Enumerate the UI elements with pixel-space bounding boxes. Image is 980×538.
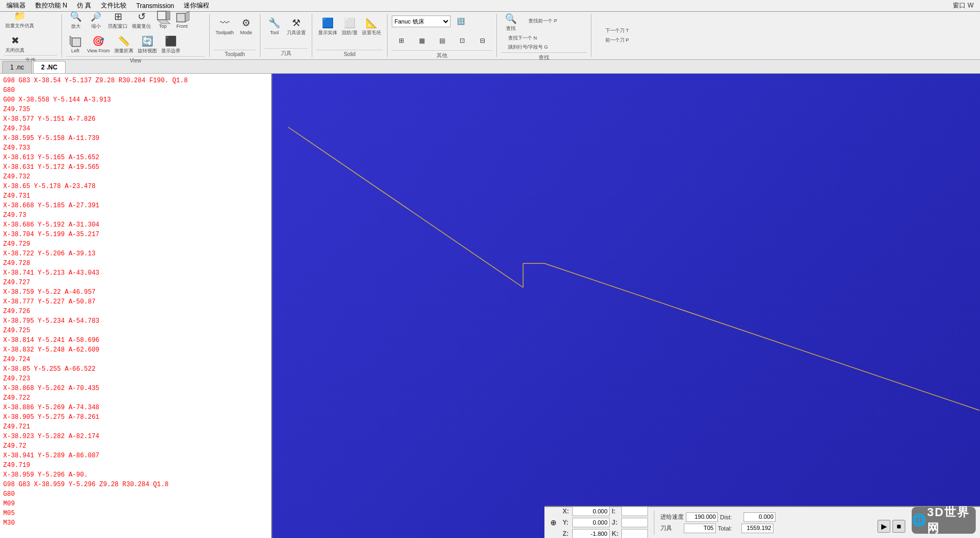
- code-line: G98 G83 X-38.959 Y-5.296 Z9.28 R30.284 Q…: [3, 480, 268, 489]
- toolbar: 📁 批量文件仿真 ✖ 关闭仿真 文件 🔍 放大 🔎 缩小: [0, 12, 980, 60]
- left-btn[interactable]: Left: [66, 32, 84, 56]
- i-value[interactable]: [621, 506, 648, 516]
- code-line: G00 X-38.558 Y-5.144 A-3.913: [3, 95, 268, 105]
- status-divider: [654, 510, 654, 535]
- zoom-out-icon: 🔎: [89, 9, 104, 24]
- code-line: Z49.728: [3, 259, 268, 268]
- code-line: M05: [3, 509, 268, 518]
- icon-grid-2[interactable]: ▦: [412, 32, 431, 50]
- code-line: G80: [3, 489, 268, 499]
- solid-group: 🟦 显示实体 ⬜ 混纺/显 📐 设置毛坯 Solid: [315, 13, 384, 58]
- show-solid-btn[interactable]: 🟦 显示实体: [317, 14, 339, 37]
- code-line: Z49.723: [3, 374, 268, 384]
- expand-icon: 🔢: [453, 14, 468, 29]
- grid-icon-1: ⊞: [394, 33, 409, 48]
- tool-btn[interactable]: 🔧 Tool: [265, 14, 284, 37]
- play-button[interactable]: ▶: [878, 520, 890, 533]
- toolpath-btn[interactable]: 〰 Toolpath: [214, 14, 235, 37]
- z-value[interactable]: [572, 529, 610, 538]
- code-line: M30: [3, 518, 268, 528]
- front-btn[interactable]: Front: [173, 7, 191, 31]
- measure-btn[interactable]: 📏 测量距离: [113, 32, 135, 56]
- icon-grid-3[interactable]: ▤: [432, 32, 452, 50]
- code-line: X-38.613 Y-5.165 A-15.652: [3, 153, 268, 162]
- tool-label: 刀具: [660, 524, 682, 532]
- prev-tool-btn[interactable]: 前一个刀 P: [596, 36, 638, 45]
- tab-1[interactable]: 1 .nc: [2, 61, 32, 73]
- tool-nav-group: 下一个刀 T 前一个刀 P: [594, 13, 640, 58]
- stop-button[interactable]: ■: [892, 520, 905, 533]
- code-line: Z49.73: [3, 210, 268, 220]
- code-content[interactable]: G98 G83 X-38.54 Y-5.137 Z9.28 R30.284 F1…: [0, 74, 271, 538]
- tool-settings-icon: ⚒: [289, 15, 304, 30]
- open-file-btn[interactable]: 📁 批量文件仿真: [4, 7, 36, 30]
- file-buttons: 📁 批量文件仿真 ✖ 关闭仿真 文件: [2, 13, 59, 58]
- goto-line-btn[interactable]: 跳到行号/字段号 G: [501, 43, 555, 52]
- rotate-btn[interactable]: 🔄 旋转视图: [136, 32, 159, 56]
- close-sim-btn[interactable]: ✖ 关闭仿真: [4, 32, 26, 55]
- toolpath-group: 〰 Toolpath ⚙ Mode Toolpath: [212, 13, 257, 58]
- fit-btn[interactable]: ⊞ 匹配窗口: [107, 7, 129, 31]
- status-bar: ⊕ X: I: Y: J: Z: K:: [544, 506, 980, 538]
- icon-grid-1[interactable]: ⊞: [392, 32, 411, 50]
- feed-value: 190.000: [686, 512, 718, 522]
- front-icon: [175, 9, 189, 24]
- tool-group-label: 刀具: [265, 48, 307, 57]
- zoom-out-btn[interactable]: 🔎 缩小: [86, 7, 106, 31]
- icon-grid-4[interactable]: ⊡: [453, 32, 472, 50]
- code-line: X-38.595 Y-5.158 A-11.739: [3, 134, 268, 143]
- divider6: [496, 14, 497, 57]
- mode-btn[interactable]: ⚙ Mode: [236, 14, 256, 37]
- view-buttons: 🔍 放大 🔎 缩小 ⊞ 匹配窗口 ↺ 视窗复位: [65, 13, 207, 58]
- next-tool-btn[interactable]: 下一个刀 T: [596, 27, 638, 35]
- x-value[interactable]: [572, 506, 610, 516]
- file-group: 📁 批量文件仿真 ✖ 关闭仿真 文件: [2, 13, 59, 58]
- viewport[interactable]: ⊕ X: I: Y: J: Z: K:: [272, 74, 980, 538]
- code-line: Z49.735: [3, 105, 268, 114]
- search-buttons: 🔍 查找 查找前一个 P 查找下一个 N 跳到行号/字段号 G 查找: [500, 13, 588, 58]
- fit-icon: ⊞: [110, 9, 125, 24]
- code-line: Z49.721: [3, 422, 268, 432]
- z-label: Z:: [563, 530, 570, 537]
- folder-icon: 📁: [12, 9, 27, 24]
- top-icon: [155, 9, 170, 24]
- xyz-coords: X: I: Y: J: Z: K:: [563, 506, 648, 538]
- show-edge-btn[interactable]: ⬛ 显示边界: [160, 32, 182, 56]
- k-value[interactable]: [621, 529, 648, 538]
- code-line: G80: [3, 85, 268, 95]
- search-next-n-btn[interactable]: 查找下一个 N: [501, 34, 544, 43]
- code-line: X-38.959 Y-5.296 A-90.: [3, 470, 268, 480]
- code-line: X-38.941 Y-5.289 A-86.087: [3, 451, 268, 461]
- fanuc-select[interactable]: Fanuc 铣床: [392, 15, 451, 27]
- blend-btn[interactable]: ⬜ 混纺/显: [340, 14, 359, 37]
- grid-icon-4: ⊡: [455, 33, 470, 48]
- j-value[interactable]: [621, 518, 648, 527]
- other-buttons: Fanuc 铣床 🔢 ⊞ ▦ ▤: [390, 13, 494, 58]
- svg-line-7: [288, 127, 523, 287]
- svg-marker-4: [185, 11, 189, 22]
- tool-settings-btn[interactable]: ⚒ 刀具设置: [285, 14, 307, 37]
- x-row: X: I:: [563, 506, 648, 516]
- icon-grid-5[interactable]: ⊟: [473, 32, 492, 50]
- y-value[interactable]: [572, 518, 610, 527]
- code-line: X-38.722 Y-5.206 A-39.13: [3, 249, 268, 259]
- z-row: Z: K:: [563, 529, 648, 538]
- other-expand-btn[interactable]: 🔢: [452, 12, 470, 30]
- view-from-tool-btn[interactable]: 🎯 View From: [85, 32, 112, 56]
- tab-2[interactable]: 2 .NC: [33, 61, 66, 73]
- search-f-btn[interactable]: 🔍 查找: [501, 10, 520, 33]
- divider7: [591, 14, 591, 57]
- reset-btn[interactable]: ↺ 视窗复位: [130, 7, 153, 31]
- toolpath-svg: [272, 74, 980, 538]
- set-blank-btn[interactable]: 📐 设置毛坯: [360, 14, 383, 37]
- set-blank-icon: 📐: [364, 15, 379, 30]
- coord-icon: ⊕: [549, 518, 558, 527]
- code-line: X-38.85 Y-5.255 A-66.522: [3, 364, 268, 374]
- measure-icon: 📏: [116, 34, 131, 49]
- zoom-in-btn[interactable]: 🔍 放大: [66, 7, 85, 31]
- code-line: M09: [3, 499, 268, 509]
- code-line: X-38.832 Y-5.248 A-62.609: [3, 345, 268, 355]
- search-next-btn[interactable]: 查找前一个 P: [521, 10, 564, 33]
- top-btn[interactable]: Top: [154, 7, 172, 31]
- show-edge-icon: ⬛: [163, 34, 178, 49]
